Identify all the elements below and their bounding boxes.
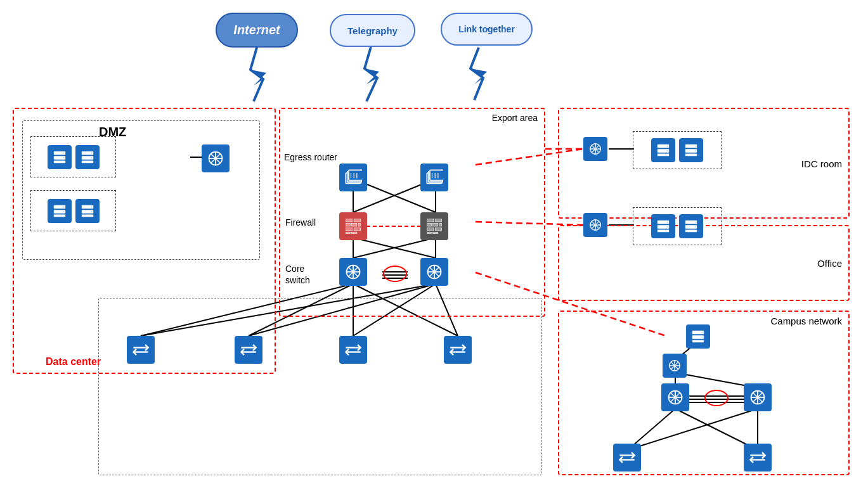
svg-point-60 xyxy=(91,206,92,207)
svg-point-61 xyxy=(91,210,92,212)
svg-marker-0 xyxy=(250,70,266,86)
svg-point-55 xyxy=(63,206,64,207)
office-server-2 xyxy=(679,214,703,238)
cloud-telegraphy-label: Telegraphy xyxy=(347,25,398,36)
svg-marker-2 xyxy=(470,68,487,84)
label-firewall: Firewall xyxy=(285,217,316,228)
label-office: Office xyxy=(817,258,842,269)
dmz-server-box-top xyxy=(30,136,116,177)
svg-rect-90 xyxy=(427,223,431,226)
svg-rect-44 xyxy=(53,160,65,163)
svg-rect-87 xyxy=(352,232,357,233)
label-export-area: Export area xyxy=(492,113,538,123)
svg-point-139 xyxy=(666,226,668,228)
svg-rect-86 xyxy=(346,232,350,233)
svg-rect-122 xyxy=(657,154,669,157)
svg-point-143 xyxy=(694,221,696,222)
cloud-telegraphy: Telegraphy xyxy=(330,14,415,47)
svg-point-148 xyxy=(701,331,703,333)
svg-rect-81 xyxy=(346,223,350,226)
server-icon-3 xyxy=(48,199,72,223)
dmz-switch xyxy=(202,144,230,172)
svg-point-144 xyxy=(694,226,696,228)
svg-rect-94 xyxy=(435,228,442,231)
diagram-container: Internet Telegraphy Link together Data c… xyxy=(0,0,868,481)
svg-rect-88 xyxy=(427,219,434,222)
svg-rect-49 xyxy=(81,160,93,163)
svg-rect-82 xyxy=(352,223,357,226)
svg-point-46 xyxy=(63,157,64,158)
idc-hub xyxy=(583,137,607,161)
campus-core-switch-right xyxy=(744,383,772,411)
svg-point-128 xyxy=(694,145,696,146)
egress-router-left xyxy=(339,164,367,191)
svg-point-129 xyxy=(694,150,696,151)
svg-point-149 xyxy=(701,337,703,338)
svg-rect-92 xyxy=(439,223,442,226)
cloud-link: Link together xyxy=(441,13,533,46)
svg-rect-127 xyxy=(685,154,697,157)
campus-core-switch-left xyxy=(661,383,689,411)
svg-rect-147 xyxy=(692,340,704,343)
svg-rect-84 xyxy=(346,228,353,231)
dmz-server-box-bottom xyxy=(30,190,116,231)
campus-hub xyxy=(663,354,687,378)
access-switch-2 xyxy=(235,336,262,364)
firewall-right xyxy=(420,212,448,240)
idc-server-box xyxy=(633,131,722,169)
access-switch-1 xyxy=(127,336,155,364)
svg-point-124 xyxy=(666,150,668,151)
idc-server-1 xyxy=(651,138,675,162)
label-egress-router: Egress router xyxy=(284,152,337,162)
svg-rect-54 xyxy=(53,214,65,217)
svg-rect-79 xyxy=(346,219,353,222)
server-icon-2 xyxy=(75,145,100,169)
access-switch-4 xyxy=(444,336,472,364)
firewall-left xyxy=(339,212,367,240)
svg-rect-95 xyxy=(427,232,431,233)
core-switch-right xyxy=(420,258,448,286)
egress-router-right xyxy=(420,164,448,191)
svg-point-50 xyxy=(91,152,92,153)
svg-point-138 xyxy=(666,221,668,222)
svg-rect-85 xyxy=(354,228,361,231)
svg-rect-96 xyxy=(433,232,438,233)
cloud-link-label: Link together xyxy=(458,24,515,34)
region-export-area: Export area xyxy=(279,108,545,317)
access-switch-3 xyxy=(339,336,367,364)
label-campus: Campus network xyxy=(770,316,842,326)
svg-point-123 xyxy=(666,145,668,146)
core-switch-left xyxy=(339,258,367,286)
svg-rect-137 xyxy=(657,230,669,233)
cloud-internet-label: Internet xyxy=(233,23,280,37)
svg-point-56 xyxy=(63,210,64,212)
office-server-1 xyxy=(651,214,675,238)
svg-rect-80 xyxy=(354,219,361,222)
svg-rect-93 xyxy=(427,228,434,231)
svg-marker-1 xyxy=(365,68,379,84)
region-bottom xyxy=(98,298,542,475)
svg-rect-83 xyxy=(358,223,361,226)
svg-rect-142 xyxy=(685,230,697,233)
server-icon-4 xyxy=(75,199,100,223)
office-hub xyxy=(583,213,607,237)
label-core-switch: Coreswitch xyxy=(285,263,310,286)
label-data-center: Data center xyxy=(46,356,101,368)
campus-access-switch-left xyxy=(613,444,641,471)
svg-rect-89 xyxy=(435,219,442,222)
idc-server-2 xyxy=(679,138,703,162)
label-idc-room: IDC room xyxy=(801,158,842,169)
svg-point-51 xyxy=(91,157,92,158)
svg-point-45 xyxy=(63,152,64,153)
cloud-internet: Internet xyxy=(216,13,298,48)
office-server-box xyxy=(633,207,722,245)
campus-server xyxy=(686,324,710,349)
svg-rect-59 xyxy=(81,214,93,217)
campus-access-switch-right xyxy=(744,444,772,471)
svg-rect-91 xyxy=(433,223,438,226)
server-icon-1 xyxy=(48,145,72,169)
